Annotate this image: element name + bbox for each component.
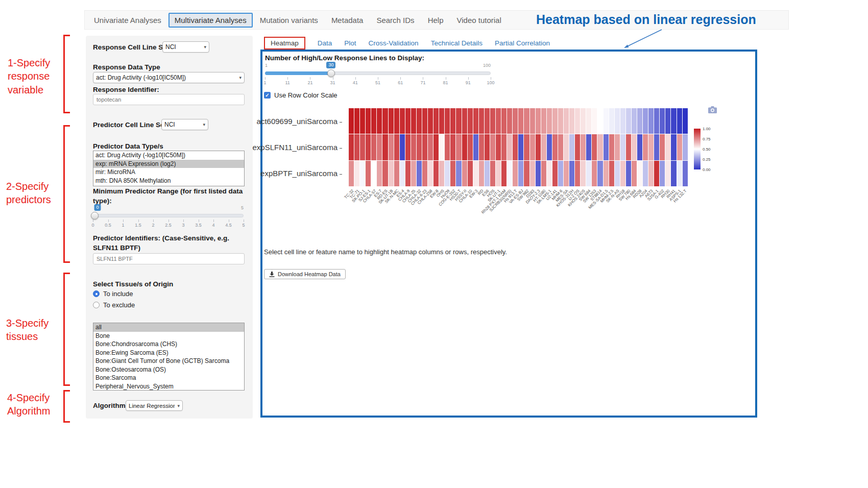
- response-data-type-select[interactable]: act: Drug Activity (-log10[IC50M]) ▾: [93, 72, 245, 83]
- slider-tick-label: 51: [375, 80, 380, 85]
- annotation-heading: Heatmap based on linear regression: [536, 12, 756, 27]
- algorithm-label: Algorithm: [93, 401, 126, 411]
- slider-tick-label: 3: [182, 223, 184, 228]
- heatmap-cell: [485, 161, 490, 186]
- tissue-option[interactable]: Bone:Giant Cell Tumor of Bone (GCTB) Sar…: [93, 357, 244, 365]
- heatmap-cell: [439, 161, 444, 186]
- heatmap-cell: [569, 134, 574, 160]
- tissue-include-option[interactable]: To include: [93, 290, 133, 298]
- colorbar-tick-label: 1.00: [703, 127, 711, 131]
- min-range-slider-track[interactable]: [93, 214, 244, 217]
- lines-slider-handle[interactable]: [327, 69, 335, 77]
- heatmap-cell: [558, 108, 563, 134]
- predictor-data-type-option[interactable]: act: Drug Activity (-log10[IC50M]): [93, 151, 244, 160]
- heatmap-cell: [518, 108, 523, 134]
- heatmap-cell: [564, 134, 569, 160]
- heatmap-cell: [597, 161, 602, 186]
- predictor-data-type-option[interactable]: mth: DNA 850K Methylation: [93, 177, 244, 185]
- heatmap-column-labels: TC-32TC-71SK-PO-1SJ-ES-1CHLA-57ES-7RD-ES…: [349, 187, 688, 236]
- heatmap-cell: [654, 108, 659, 134]
- heatmap-cell: [473, 161, 478, 186]
- tissue-option[interactable]: Bone:Osteosarcoma (OS): [93, 365, 244, 374]
- slider-tick-mark: [183, 219, 184, 222]
- slider-tick-label: 61: [398, 80, 403, 85]
- nav-item-mutation-variants[interactable]: Mutation variants: [254, 13, 324, 28]
- heatmap-cell: [530, 161, 535, 186]
- min-range-slider-handle[interactable]: [91, 212, 99, 219]
- download-heatmap-data-button[interactable]: Download Heatmap Data: [264, 269, 346, 279]
- radio-include[interactable]: [93, 290, 100, 297]
- algorithm-select[interactable]: Linear Regression ▾: [126, 400, 183, 411]
- predictor-identifiers-input[interactable]: [93, 253, 245, 264]
- heatmap-cell: [648, 161, 654, 186]
- heatmap-cell: [462, 108, 467, 134]
- heatmap-cell: [462, 134, 467, 160]
- heatmap-row-label[interactable]: expSLFN11_uniSarcoma: [241, 134, 342, 160]
- predictor-data-type-list[interactable]: act: Drug Activity (-log10[IC50M])exp: m…: [93, 151, 245, 186]
- heatmap-cell: [660, 161, 665, 186]
- nav-item-help[interactable]: Help: [422, 13, 450, 28]
- tab-technical-details[interactable]: Technical Details: [431, 39, 483, 47]
- heatmap-cell: [513, 161, 518, 186]
- heatmap-cell: [496, 161, 501, 186]
- tissue-option[interactable]: Peripheral_Nervous_System: [93, 382, 244, 391]
- heatmap-grid: [349, 108, 688, 186]
- heatmap-cell: [558, 161, 563, 186]
- heatmap-cell: [417, 108, 422, 134]
- nav-item-multivariate-analyses[interactable]: Multivariate Analyses: [168, 13, 253, 28]
- lines-slider[interactable]: 1 100 30 1112131415161718191100: [265, 62, 491, 88]
- heatmap-cell: [518, 134, 523, 160]
- heatmap-cell: [648, 108, 654, 134]
- response-identifier-input[interactable]: [93, 94, 245, 105]
- response-cell-line-set-value: NCI: [165, 43, 176, 51]
- tissue-list[interactable]: allBoneBone:Chondrosarcoma (CHS)Bone:Ewi…: [93, 323, 245, 391]
- tissue-option[interactable]: Bone:Sarcoma: [93, 374, 244, 382]
- nav-item-video-tutorial[interactable]: Video tutorial: [450, 13, 507, 28]
- predictor-cell-line-set-select[interactable]: NCI ▾: [161, 119, 208, 130]
- heatmap-cell: [400, 161, 405, 186]
- tissue-exclude-option[interactable]: To exclude: [93, 301, 135, 309]
- heatmap-cell: [569, 108, 574, 134]
- response-cell-line-set-select[interactable]: NCI ▾: [162, 41, 209, 53]
- heatmap-row-label[interactable]: expBPTF_uniSarcoma: [241, 160, 342, 186]
- min-range-slider[interactable]: 0 5 00.511.522.533.544.55: [93, 204, 244, 230]
- tab-plot[interactable]: Plot: [344, 39, 356, 47]
- tab-partial-correlation[interactable]: Partial Correlation: [495, 39, 550, 47]
- row-color-scale-checkbox[interactable]: ✓: [264, 92, 271, 99]
- predictor-data-type-option[interactable]: exp: mRNA Expression (log2): [93, 160, 244, 168]
- heatmap-cell: [433, 161, 439, 186]
- tab-cross-validation[interactable]: Cross-Validation: [369, 39, 419, 47]
- tab-heatmap[interactable]: Heatmap: [264, 37, 305, 50]
- tissue-option[interactable]: all: [93, 323, 244, 332]
- heatmap-cell: [581, 108, 586, 134]
- slider-tick-label: 0.5: [105, 223, 111, 228]
- heatmap-cell: [620, 161, 625, 186]
- tab-data[interactable]: Data: [318, 39, 332, 47]
- predictor-data-type-option[interactable]: mir: MicroRNA: [93, 168, 244, 177]
- camera-icon[interactable]: [708, 106, 717, 113]
- row-color-scale-option[interactable]: ✓ Use Row Color Scale: [264, 91, 337, 99]
- heatmap-cell: [468, 134, 473, 160]
- nav-item-metadata[interactable]: Metadata: [325, 13, 370, 28]
- heatmap-cell: [586, 108, 591, 134]
- slider-tick-label: 1: [263, 80, 266, 85]
- heatmap-row-label[interactable]: act609699_uniSarcoma: [241, 108, 342, 134]
- tissue-option[interactable]: Bone: [93, 332, 244, 340]
- chevron-down-icon: ▾: [177, 403, 180, 408]
- nav-item-search-ids[interactable]: Search IDs: [370, 13, 420, 28]
- slider-tick-label: 5: [242, 223, 245, 228]
- nav-item-univariate-analyses[interactable]: Univariate Analyses: [88, 13, 167, 28]
- radio-exclude[interactable]: [93, 302, 100, 308]
- predictor-identifiers-label: Predictor Identifiers: (Case-Sensitive, …: [93, 234, 245, 253]
- heatmap-cell: [400, 134, 405, 160]
- colorbar-tick-label: 0.75: [703, 137, 711, 141]
- heatmap-cell: [411, 161, 416, 186]
- annotation-step-3: 3-Specify tissues: [6, 316, 63, 344]
- heatmap-cell: [468, 161, 473, 186]
- tab-bar: HeatmapDataPlotCross-ValidationTechnical…: [264, 36, 550, 50]
- tissue-option[interactable]: Bone:Chondrosarcoma (CHS): [93, 340, 244, 349]
- tissue-option[interactable]: Bone:Ewing Sarcoma (ES): [93, 349, 244, 357]
- heatmap-cell: [371, 161, 376, 186]
- radio-include-label: To include: [103, 290, 133, 298]
- heatmap-cell: [575, 134, 580, 160]
